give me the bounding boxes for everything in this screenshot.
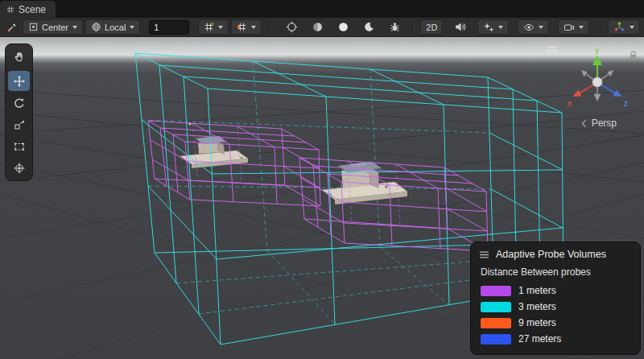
z-axis-label: z xyxy=(624,99,628,108)
legend-label-1m: 1 meters xyxy=(518,285,556,296)
view-2d-label: 2D xyxy=(426,23,437,32)
handle-rotation-dropdown[interactable]: Local xyxy=(85,19,140,35)
legend-label-9m: 9 meters xyxy=(518,317,556,328)
grid-snapping-dropdown[interactable] xyxy=(231,19,262,35)
orientation-gizmo[interactable]: y x z xyxy=(562,45,633,119)
legend-row: 27 meters xyxy=(479,331,632,347)
scene-camera-dropdown[interactable] xyxy=(558,19,589,35)
tab-bar: Scene xyxy=(0,0,644,18)
rotate-tool-button[interactable] xyxy=(8,93,30,113)
legend-label-27m: 27 meters xyxy=(518,333,561,345)
tab-label: Scene xyxy=(19,4,46,15)
toolbar-separator xyxy=(412,21,413,33)
transform-tool-button[interactable] xyxy=(8,158,30,178)
chevron-down-icon xyxy=(72,26,77,29)
tab-scene[interactable]: Scene xyxy=(0,1,56,18)
scene-viewport: y x z Persp Adaptive Probe Volumes Dista… xyxy=(0,37,644,359)
audio-toggle[interactable] xyxy=(452,19,469,35)
shaded-sphere-button[interactable] xyxy=(309,19,326,35)
y-axis-cone[interactable] xyxy=(592,56,602,65)
panel-menu-icon[interactable] xyxy=(479,251,489,258)
grid-visibility-dropdown[interactable] xyxy=(198,19,229,35)
legend-swatch-9m xyxy=(481,318,511,328)
rect-tool-button[interactable] xyxy=(8,136,30,156)
scene-visibility-dropdown[interactable] xyxy=(518,19,549,35)
tools-overlay xyxy=(5,43,33,181)
gizmo-center-ball[interactable] xyxy=(592,77,602,87)
chevron-down-icon xyxy=(579,26,584,29)
chevron-down-icon xyxy=(498,26,503,29)
move-tool-button[interactable] xyxy=(8,71,30,91)
legend-label-3m: 3 meters xyxy=(518,301,556,312)
overlay-menu-handle[interactable] xyxy=(546,43,558,57)
camera-icon xyxy=(564,22,575,33)
pivot-mode-dropdown[interactable]: Center xyxy=(23,19,83,35)
apv-legend-panel: Adaptive Probe Volumes Distance Between … xyxy=(470,241,641,355)
scale-tool-button[interactable] xyxy=(8,114,30,134)
legend-row: 3 meters xyxy=(479,299,632,315)
white-circle-button[interactable] xyxy=(335,19,352,35)
axis-gizmo-icon xyxy=(613,21,625,33)
pivot-center-icon xyxy=(28,22,39,32)
bug-button[interactable] xyxy=(386,19,403,35)
apv-panel-subtitle: Distance Between probes xyxy=(481,266,632,278)
snap-grid-icon xyxy=(237,22,247,32)
chevron-down-icon xyxy=(630,26,634,29)
unity-scene-window: Scene Center Local xyxy=(0,0,644,359)
neg-y-cone[interactable] xyxy=(594,94,601,102)
globe-icon xyxy=(91,22,101,32)
legend-swatch-27m xyxy=(481,334,511,345)
legend-swatch-3m xyxy=(481,302,511,312)
chevron-down-icon xyxy=(218,26,223,29)
toolbar-separator xyxy=(269,21,270,33)
chevron-down-icon xyxy=(130,26,134,29)
y-axis-label: y xyxy=(595,46,599,55)
view-hand-tool-button[interactable] xyxy=(8,47,30,67)
legend-row: 1 meters xyxy=(479,283,632,299)
legend-swatch-1m xyxy=(481,286,511,296)
chevron-down-icon xyxy=(539,26,543,29)
sparkles-icon xyxy=(483,22,494,33)
apv-panel-title: Adaptive Probe Volumes xyxy=(496,249,606,260)
x-axis-label: x xyxy=(568,99,572,108)
neg-z-cone[interactable] xyxy=(581,70,588,77)
scene-toolbar: Center Local xyxy=(0,18,644,37)
tool-settings-button[interactable] xyxy=(4,19,20,35)
chevron-down-icon xyxy=(251,26,256,29)
effects-dropdown[interactable] xyxy=(477,19,509,35)
grid-axis-icon xyxy=(204,22,214,32)
view-2d-toggle[interactable]: 2D xyxy=(420,19,443,35)
gizmo-crosshair-button[interactable] xyxy=(283,19,300,35)
pivot-mode-label: Center xyxy=(42,23,68,32)
handle-rotation-label: Local xyxy=(105,23,126,32)
scene-grid-icon xyxy=(6,6,14,14)
neg-x-cone[interactable] xyxy=(608,70,614,77)
crescent-moon-button[interactable] xyxy=(361,19,378,35)
projection-label: Persp xyxy=(592,118,617,129)
collapse-chevron-icon xyxy=(581,119,587,128)
legend-row: 9 meters xyxy=(479,315,632,331)
projection-toggle[interactable]: Persp xyxy=(581,118,617,129)
eye-icon xyxy=(523,22,535,33)
scene-gizmos-dropdown[interactable] xyxy=(608,19,640,35)
grid-size-input[interactable] xyxy=(149,20,189,35)
